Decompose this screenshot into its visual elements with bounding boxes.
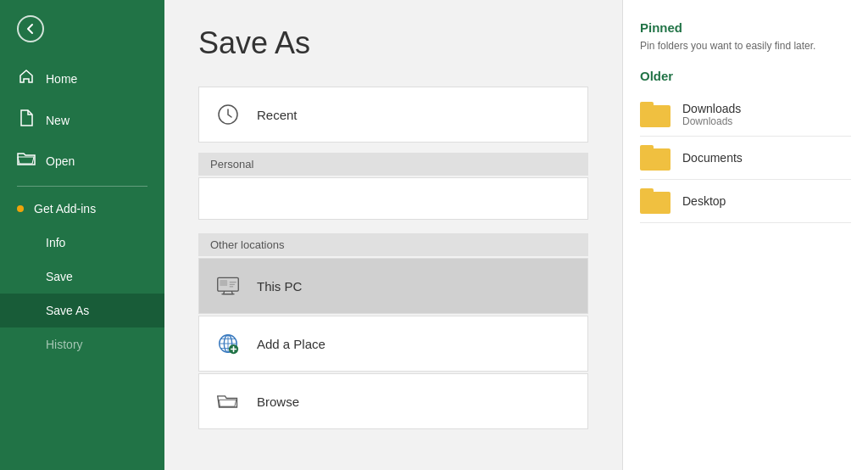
add-place-label: Add a Place [257, 337, 326, 351]
folder-desktop-icon [640, 188, 670, 214]
sidebar-item-save-as[interactable]: Save As [0, 294, 164, 327]
folder-documents-name: Documents [682, 151, 743, 165]
pc-icon [213, 271, 243, 301]
page-title: Save As [198, 25, 588, 61]
folder-desktop-info: Desktop [682, 194, 726, 208]
folder-documents-icon [640, 145, 670, 171]
sidebar-item-open-label: Open [46, 154, 75, 168]
folder-desktop-name: Desktop [682, 194, 726, 208]
sidebar-item-save[interactable]: Save [0, 260, 164, 294]
sidebar-item-info[interactable]: Info [0, 226, 164, 260]
recent-section: Recent [198, 87, 588, 143]
globe-icon [213, 328, 243, 359]
home-icon [17, 68, 36, 89]
content-area: Save As Recent Personal Other locations [164, 0, 622, 470]
sidebar-item-get-addins[interactable]: Get Add-ins [0, 192, 164, 226]
clock-icon [213, 99, 243, 130]
folder-downloads[interactable]: Downloads Downloads [640, 93, 851, 137]
pinned-desc: Pin folders you want to easily find late… [640, 40, 851, 52]
back-button[interactable] [0, 0, 164, 58]
sidebar-item-open[interactable]: Open [0, 141, 164, 181]
main-area: Save As Recent Personal Other locations [164, 0, 868, 470]
sidebar-item-get-addins-label: Get Add-ins [34, 202, 96, 215]
folder-documents[interactable]: Documents [640, 137, 851, 180]
sidebar-item-history-label: History [46, 338, 83, 351]
folder-downloads-path: Downloads [682, 115, 741, 127]
older-title: Older [640, 69, 851, 83]
sidebar-item-save-as-label: Save As [46, 304, 89, 317]
new-doc-icon [17, 109, 36, 131]
sidebar-item-home[interactable]: Home [0, 58, 164, 99]
recent-location-item[interactable]: Recent [198, 87, 588, 143]
this-pc-item[interactable]: This PC [198, 258, 588, 314]
folder-documents-info: Documents [682, 151, 743, 165]
sidebar-item-save-label: Save [46, 270, 73, 283]
svg-rect-2 [220, 280, 227, 286]
sidebar-item-history[interactable]: History [0, 327, 164, 361]
folder-desktop[interactable]: Desktop [640, 180, 851, 223]
personal-section-body [198, 177, 588, 220]
folder-downloads-icon [640, 102, 670, 127]
browse-label: Browse [257, 394, 299, 409]
recent-label: Recent [257, 108, 298, 122]
sidebar-item-info-label: Info [46, 236, 65, 249]
sidebar-item-new-label: New [46, 114, 70, 127]
open-folder-icon [17, 151, 36, 171]
personal-section-header: Personal [198, 153, 588, 176]
browse-icon [213, 386, 243, 417]
browse-item[interactable]: Browse [198, 373, 588, 429]
pinned-title: Pinned [640, 20, 851, 35]
sidebar-item-new[interactable]: New [0, 99, 164, 141]
sidebar: Home New Open Get Add-ins Info Save [0, 0, 164, 470]
this-pc-label: This PC [257, 279, 302, 294]
right-panel: Pinned Pin folders you want to easily fi… [622, 0, 868, 470]
add-place-item[interactable]: Add a Place [198, 316, 588, 372]
folder-downloads-name: Downloads [682, 102, 741, 115]
sidebar-item-home-label: Home [46, 72, 77, 86]
sidebar-divider [17, 186, 147, 187]
orange-dot-icon [17, 205, 24, 212]
other-locations-header: Other locations [198, 233, 588, 256]
folder-downloads-info: Downloads Downloads [682, 102, 741, 127]
